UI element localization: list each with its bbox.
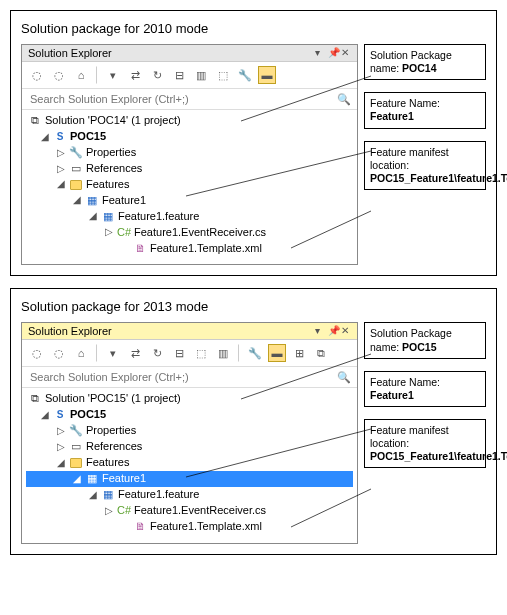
- expand-icon[interactable]: ▷: [56, 162, 66, 177]
- collapse-icon[interactable]: ⊟: [170, 344, 188, 362]
- callout-label: Feature manifest location:: [370, 424, 449, 449]
- preview-icon[interactable]: ▬: [258, 66, 276, 84]
- window-menu-icon[interactable]: ▾: [315, 48, 325, 58]
- expand-icon[interactable]: ◢: [56, 177, 66, 192]
- project-node[interactable]: ◢ S POC15: [26, 407, 353, 423]
- refresh-icon[interactable]: ↻: [148, 66, 166, 84]
- expand-icon[interactable]: ◢: [72, 472, 82, 487]
- event-receiver-label: Feature1.EventReceiver.cs: [134, 225, 266, 241]
- group-icon[interactable]: ⧉: [312, 344, 330, 362]
- scope-icon[interactable]: ▾: [104, 344, 122, 362]
- home-icon[interactable]: ⌂: [72, 66, 90, 84]
- search-icon[interactable]: 🔍: [337, 371, 351, 384]
- sync-icon[interactable]: ⇄: [126, 344, 144, 362]
- showall-icon[interactable]: ⬚: [214, 66, 232, 84]
- collapse-icon[interactable]: ⊟: [170, 66, 188, 84]
- wrench-icon[interactable]: 🔧: [236, 66, 254, 84]
- expand-icon[interactable]: ▷: [104, 504, 114, 519]
- solution-label: Solution 'POC14' (1 project): [45, 113, 181, 129]
- folder-icon: [69, 457, 83, 469]
- showall-icon[interactable]: ⬚: [192, 344, 210, 362]
- nav-forward-icon[interactable]: ◌: [50, 344, 68, 362]
- event-receiver-node[interactable]: ▷ C# Feature1.EventReceiver.cs: [26, 503, 353, 519]
- explorer-title-text: Solution Explorer: [28, 325, 112, 337]
- expand-icon[interactable]: ◢: [40, 408, 50, 423]
- expand-icon[interactable]: ◢: [88, 488, 98, 503]
- toolbar-separator: [96, 344, 98, 362]
- sp-project-icon: S: [53, 131, 67, 143]
- callout-solution: Solution Package name: POC15: [364, 322, 486, 358]
- solution-node[interactable]: ⧉ Solution 'POC15' (1 project): [26, 391, 353, 407]
- feature-node-selected[interactable]: ◢ ▦ Feature1: [26, 471, 353, 487]
- feature-node[interactable]: ◢ ▦ Feature1: [26, 193, 353, 209]
- explorer-tree: ⧉ Solution 'POC15' (1 project) ◢ S POC15…: [22, 388, 357, 542]
- refresh-icon[interactable]: ↻: [148, 344, 166, 362]
- search-icon[interactable]: 🔍: [337, 93, 351, 106]
- expand-icon[interactable]: ◢: [72, 193, 82, 208]
- properties-label: Properties: [86, 145, 136, 161]
- features-folder-node[interactable]: ◢ Features: [26, 177, 353, 193]
- search-input[interactable]: [28, 92, 288, 106]
- feature-file-label: Feature1.feature: [118, 209, 199, 225]
- expand-icon[interactable]: ◢: [56, 456, 66, 471]
- csharp-file-icon: C#: [117, 505, 131, 517]
- explorer-search[interactable]: 🔍: [22, 89, 357, 110]
- template-xml-node[interactable]: 🗎 Feature1.Template.xml: [26, 241, 353, 257]
- nav-forward-icon[interactable]: ◌: [50, 66, 68, 84]
- feature-file-node[interactable]: ◢ ▦ Feature1.feature: [26, 209, 353, 225]
- sp-project-icon: S: [53, 409, 67, 421]
- properties-node[interactable]: ▷ 🔧 Properties: [26, 423, 353, 439]
- expand-icon[interactable]: ▷: [56, 440, 66, 455]
- feature-file-icon: ▦: [101, 489, 115, 501]
- references-icon: ▭: [69, 441, 83, 453]
- feature-file-node[interactable]: ◢ ▦ Feature1.feature: [26, 487, 353, 503]
- callouts: Solution Package name: POC14 Feature Nam…: [364, 44, 486, 190]
- references-node[interactable]: ▷ ▭ References: [26, 161, 353, 177]
- expand-icon[interactable]: ◢: [40, 130, 50, 145]
- search-input[interactable]: [28, 370, 288, 384]
- feature-icon: ▦: [85, 473, 99, 485]
- explorer-search[interactable]: 🔍: [22, 367, 357, 388]
- sync-icon[interactable]: ⇄: [126, 66, 144, 84]
- references-node[interactable]: ▷ ▭ References: [26, 439, 353, 455]
- properties-node[interactable]: ▷ 🔧 Properties: [26, 145, 353, 161]
- properties-icon[interactable]: ▥: [192, 66, 210, 84]
- solution-explorer: Solution Explorer ▾ 📌 ✕ ◌ ◌ ⌂ ▾ ⇄ ↻ ⊟ ▥ …: [21, 44, 358, 265]
- close-icon[interactable]: ✕: [341, 48, 351, 58]
- feature-label: Feature1: [102, 471, 146, 487]
- toolbar-separator: [96, 66, 98, 84]
- preview-icon[interactable]: ▬: [268, 344, 286, 362]
- feature-label: Feature1: [102, 193, 146, 209]
- explorer-title-text: Solution Explorer: [28, 47, 112, 59]
- window-menu-icon[interactable]: ▾: [315, 326, 325, 336]
- properties-icon[interactable]: ▥: [214, 344, 232, 362]
- explorer-titlebar: Solution Explorer ▾ 📌 ✕: [22, 45, 357, 62]
- close-icon[interactable]: ✕: [341, 326, 351, 336]
- scope-icon[interactable]: ▾: [104, 66, 122, 84]
- expand-icon[interactable]: ▷: [104, 225, 114, 240]
- package-icon[interactable]: ⊞: [290, 344, 308, 362]
- expand-icon[interactable]: ◢: [88, 209, 98, 224]
- pin-icon[interactable]: 📌: [328, 326, 338, 336]
- wrench-icon[interactable]: 🔧: [246, 344, 264, 362]
- callout-value: Feature1: [370, 110, 414, 122]
- solution-node[interactable]: ⧉ Solution 'POC14' (1 project): [26, 113, 353, 129]
- nav-back-icon[interactable]: ◌: [28, 344, 46, 362]
- callout-label: Feature Name:: [370, 97, 440, 109]
- features-folder-node[interactable]: ◢ Features: [26, 455, 353, 471]
- callout-label: Feature Name:: [370, 376, 440, 388]
- project-node[interactable]: ◢ S POC15: [26, 129, 353, 145]
- nav-back-icon[interactable]: ◌: [28, 66, 46, 84]
- home-icon[interactable]: ⌂: [72, 344, 90, 362]
- explorer-toolbar: ◌ ◌ ⌂ ▾ ⇄ ↻ ⊟ ▥ ⬚ 🔧 ▬: [22, 62, 357, 89]
- explorer-toolbar: ◌ ◌ ⌂ ▾ ⇄ ↻ ⊟ ⬚ ▥ 🔧 ▬ ⊞ ⧉: [22, 340, 357, 367]
- expand-icon[interactable]: ▷: [56, 146, 66, 161]
- event-receiver-label: Feature1.EventReceiver.cs: [134, 503, 266, 519]
- event-receiver-node[interactable]: ▷ C# Feature1.EventReceiver.cs: [26, 225, 353, 241]
- callout-value: POC14: [402, 62, 436, 74]
- template-xml-node[interactable]: 🗎 Feature1.Template.xml: [26, 519, 353, 535]
- expand-icon[interactable]: ▷: [56, 424, 66, 439]
- pin-icon[interactable]: 📌: [328, 48, 338, 58]
- feature-file-icon: ▦: [101, 211, 115, 223]
- callouts: Solution Package name: POC15 Feature Nam…: [364, 322, 486, 468]
